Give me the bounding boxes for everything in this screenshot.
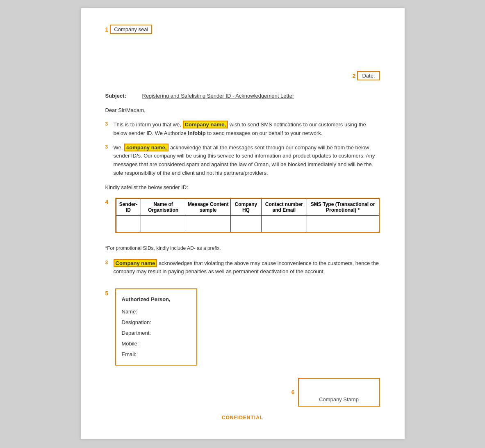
table-section: 4 Sender-ID Name of Organisation Message…: [105, 198, 380, 240]
para3-content: Company name acknowledges that violating…: [114, 259, 380, 277]
table-row: [116, 215, 379, 232]
para1-infobip: Infobip: [188, 130, 205, 136]
para2-company-name: company name,: [124, 144, 168, 151]
subject-label: Subject:: [105, 93, 142, 99]
table-wrapper-inner: Sender-ID Name of Organisation Message C…: [115, 198, 380, 240]
auth-field-email: Email:: [122, 349, 188, 360]
confidential-label: CONFIDENTIAL: [105, 415, 380, 421]
cell-sender-id: [116, 215, 141, 232]
authorized-title: Authorized Person,: [122, 294, 188, 305]
col-contact: Contact number and Email: [261, 199, 307, 215]
cell-company-hq: [230, 215, 261, 232]
cell-name-org: [141, 215, 186, 232]
kindly-text: Kindly safelist the below sender ID:: [105, 183, 380, 192]
stamp-section: 6 Company Stamp: [105, 378, 380, 407]
company-seal-section: 1 Company seal: [105, 25, 380, 34]
para1-company-name: Company name,: [183, 121, 228, 128]
authorized-section: 5 Authorized Person, Name: Designation: …: [105, 288, 380, 366]
para1-section: 3 This is to inform you that we, Company…: [105, 121, 380, 138]
col-message-content: Message Content sample: [186, 199, 230, 215]
company-stamp-box: Company Stamp: [298, 378, 380, 407]
auth-field-designation: Designation:: [122, 317, 188, 328]
section-2-num: 2: [353, 73, 356, 79]
section-1-num: 1: [105, 26, 109, 33]
auth-field-department: Department:: [122, 328, 188, 338]
sender-table-wrapper: Sender-ID Name of Organisation Message C…: [115, 198, 380, 233]
authorized-box: Authorized Person, Name: Designation: De…: [115, 288, 197, 366]
document-page: 1 Company seal 2 Date: Subject: Register…: [81, 8, 405, 439]
subject-row: Subject: Registering and Safelisting Sen…: [105, 93, 380, 99]
date-section: 2 Date:: [105, 71, 380, 80]
col-company-hq: Company HQ: [230, 199, 261, 215]
col-name-org: Name of Organisation: [141, 199, 186, 215]
para2-before: We,: [114, 144, 125, 151]
date-box: Date:: [357, 71, 380, 80]
para3-company-name: Company name: [114, 259, 157, 267]
cell-contact: [261, 215, 307, 232]
para1-content: This is to inform you that we, Company n…: [114, 121, 380, 138]
section-6-num: 6: [291, 389, 295, 395]
sender-table: Sender-ID Name of Organisation Message C…: [116, 199, 379, 232]
auth-field-name: Name:: [122, 306, 188, 317]
dear-text: Dear Sir/Madam,: [105, 107, 146, 113]
para2-section: 3 We, company name, acknowledge that all…: [105, 144, 380, 178]
para3-section: 3 Company name acknowledges that violati…: [105, 259, 380, 277]
dear-row: Dear Sir/Madam,: [105, 107, 380, 113]
para3-section-num: 3: [105, 260, 113, 265]
col-sms-type: SMS Type (Transactional or Promotional) …: [307, 199, 379, 215]
date-label: Date:: [362, 73, 375, 79]
footnote: *For promotional SIDs, kindly include AD…: [105, 245, 380, 251]
cell-message-content: [186, 215, 230, 232]
company-seal-box: Company seal: [110, 25, 152, 34]
section-5-num: 5: [105, 290, 113, 297]
para2-section-num: 3: [105, 144, 113, 150]
cell-sms-type: [307, 215, 379, 232]
table-header-row: Sender-ID Name of Organisation Message C…: [116, 199, 379, 215]
para2-content: We, company name, acknowledge that all t…: [114, 144, 380, 178]
para1-section-num: 3: [105, 121, 113, 127]
para1-before: This is to inform you that we,: [114, 121, 181, 128]
auth-field-mobile: Mobile:: [122, 338, 188, 349]
section-4-num: 4: [105, 199, 113, 205]
para1-end: to send messages on our behalf to your n…: [207, 130, 322, 136]
company-seal-label: Company seal: [114, 26, 148, 32]
subject-text: Registering and Safelisting Sender ID - …: [142, 93, 294, 99]
company-stamp-label: Company Stamp: [319, 396, 359, 402]
col-sender-id: Sender-ID: [116, 199, 141, 215]
